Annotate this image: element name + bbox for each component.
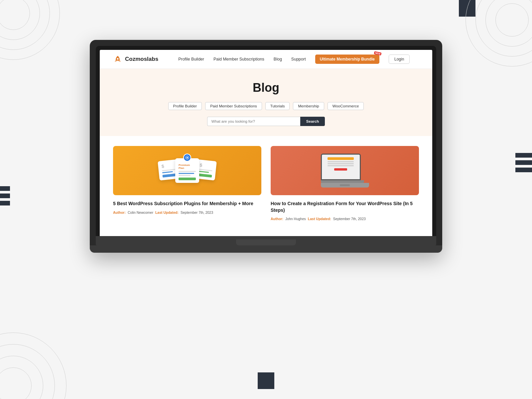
nav-link-paid-member[interactable]: Paid Member Subscriptions [213,57,264,62]
filter-woocommerce[interactable]: WooCommerce [328,102,364,110]
search-bar: Search [113,117,419,126]
filter-tags: Profile Builder Paid Member Subscription… [113,102,419,110]
illus-base [321,180,364,183]
illus-button [334,168,347,171]
login-button[interactable]: Login [389,55,410,64]
site-navigation: Cozmoslabs Profile Builder Paid Member S… [100,50,432,69]
nav-link-blog[interactable]: Blog [274,57,282,62]
blog-title: Blog [113,81,419,95]
illus-lines [328,161,353,166]
date-label-1: Last Updated: [155,210,179,214]
laptop-bezel: Cozmoslabs Profile Builder Paid Member S… [96,46,436,236]
post-title-2: How to Create a Registration Form for Yo… [271,200,419,213]
blog-hero-section: Blog Profile Builder Paid Member Subscri… [100,69,432,136]
post-meta-2: Author: John Hughes Last Updated: Septem… [271,217,419,221]
laptop-stand [233,245,299,249]
bars-right [515,153,532,172]
post-card-1: $ [113,146,261,221]
author-value-1: Colin Newcomer [128,210,153,214]
bars-left [0,186,10,205]
rect-top-right [459,0,475,17]
bundle-button[interactable]: Ultimate Membership Bundle NEW [315,55,379,64]
illus-keyboard [321,183,369,188]
new-badge: NEW [374,51,382,56]
laptop-base [96,236,436,245]
rect-bottom-center [258,372,274,389]
search-input[interactable] [207,117,300,126]
post-title-1: 5 Best WordPress Subscription Plugins fo… [113,200,261,207]
search-button[interactable]: Search [300,117,325,126]
illus-screen [321,154,361,180]
illus-title-bar [328,157,353,160]
filter-paid-member[interactable]: Paid Member Subscriptions [205,102,262,110]
laptop-screen: Cozmoslabs Profile Builder Paid Member S… [100,50,432,236]
laptop-body: Cozmoslabs Profile Builder Paid Member S… [90,40,442,253]
post-card-2: How to Create a Registration Form for Yo… [271,146,419,221]
date-value-2: September 7th, 2023 [333,217,366,221]
date-label-2: Last Updated: [308,217,331,221]
post-thumb-1: $ [113,146,261,195]
logo-area: Cozmoslabs [113,55,158,64]
laptop-device: Cozmoslabs Profile Builder Paid Member S… [90,40,442,253]
pin-icon [183,154,191,162]
post-meta-1: Author: Colin Newcomer Last Updated: Sep… [113,210,261,214]
author-label-1: Author: [113,210,126,214]
laptop-illustration [321,154,369,188]
blog-posts-grid: $ [100,136,432,231]
logo-text: Cozmoslabs [125,56,158,63]
logo-rocket-icon [113,55,122,64]
nav-link-profile-builder[interactable]: Profile Builder [178,57,204,62]
date-value-1: September 7th, 2023 [181,210,213,214]
nav-link-support[interactable]: Support [291,57,306,62]
laptop-hinge [236,239,296,245]
subscription-cards-illustration: $ [159,158,216,183]
nav-links: Profile Builder Paid Member Subscription… [178,55,419,64]
svg-point-0 [117,58,119,60]
filter-tutorials[interactable]: Tutorials [265,102,290,110]
author-label-2: Author: [271,217,283,221]
filter-profile-builder[interactable]: Profile Builder [168,102,202,110]
author-value-2: John Hughes [285,217,306,221]
laptop-bottom [90,245,442,253]
illus-trackpad [340,184,350,186]
post-thumb-2 [271,146,419,195]
filter-membership[interactable]: Membership [293,102,324,110]
